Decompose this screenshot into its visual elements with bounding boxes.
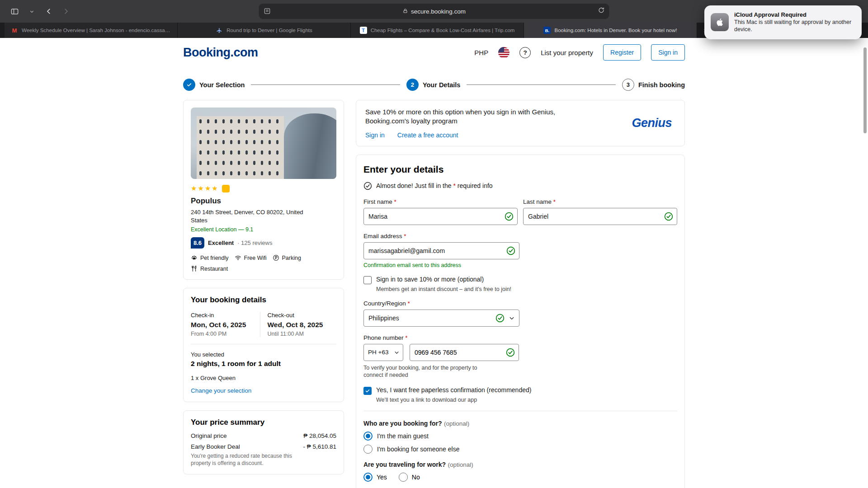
radio-unselected-icon[interactable] xyxy=(363,445,373,454)
checkbox-unchecked-icon[interactable] xyxy=(363,276,372,284)
phone-number-input[interactable] xyxy=(410,344,519,361)
lock-icon xyxy=(402,8,408,15)
quality-badge-icon xyxy=(222,185,230,192)
radio-selected-icon[interactable] xyxy=(363,473,373,482)
step-your-details[interactable]: 2 Your Details xyxy=(406,79,461,91)
url-text: secure.booking.com xyxy=(411,8,466,15)
checkin-time: From 4:00 PM xyxy=(191,331,260,337)
reload-icon[interactable] xyxy=(598,7,605,15)
step-your-selection[interactable]: Your Selection xyxy=(183,79,245,91)
checkin-label: Check-in xyxy=(191,312,260,319)
chevron-down-icon xyxy=(509,315,515,321)
tab-booking[interactable]: B. Booking.com: Hotels in Denver. Book y… xyxy=(524,23,697,38)
booking-details-card: Your booking details Check-in Mon, Oct 6… xyxy=(183,288,344,402)
genius-text: Save 10% or more on this option when you… xyxy=(365,108,600,126)
step-finish-booking[interactable]: 3 Finish booking xyxy=(622,79,685,91)
checkbox-checked-icon[interactable] xyxy=(363,387,372,395)
hotel-address: 240 14th Street, Denver, CO 80202, Unite… xyxy=(191,208,304,224)
back-button[interactable] xyxy=(42,4,56,19)
review-score-word: Excellent xyxy=(208,239,234,246)
step1-check-icon xyxy=(183,79,195,91)
genius-sign-in-link[interactable]: Sign in xyxy=(365,131,385,139)
checkout-label: Check-out xyxy=(268,312,337,319)
amenity-restaurant: Restaurant xyxy=(191,265,228,272)
language-flag-icon[interactable] xyxy=(498,47,509,58)
amenity-parking: Parking xyxy=(273,254,301,261)
tripcom-icon: T xyxy=(360,27,367,34)
scrollbar[interactable] xyxy=(863,47,867,133)
phone-code-select[interactable]: PH +63 xyxy=(363,344,403,361)
change-selection-link[interactable]: Change your selection xyxy=(191,387,251,394)
register-button[interactable]: Register xyxy=(603,44,641,61)
someone-else-option[interactable]: I'm booking for someone else xyxy=(363,445,677,454)
last-name-input[interactable] xyxy=(523,208,677,225)
checkout-time: Until 11:00 AM xyxy=(268,331,337,337)
divider xyxy=(363,411,677,411)
form-title: Enter your details xyxy=(363,164,677,175)
page-format-icon[interactable] xyxy=(264,7,271,16)
first-name-input[interactable] xyxy=(363,208,518,225)
email-confirmation-note: Confirmation email sent to this address xyxy=(363,262,677,268)
you-selected-label: You selected xyxy=(191,351,336,358)
checkout-date: Wed, Oct 8, 2025 xyxy=(268,321,337,329)
phone-help-note: To verify your booking, and for the prop… xyxy=(363,364,486,380)
almost-done-note: Almost done! Just fill in the * required… xyxy=(363,182,677,190)
sidebar-toggle-icon[interactable] xyxy=(7,4,22,19)
hotel-photo xyxy=(191,108,336,179)
deal-value: - ₱ 5,610.81 xyxy=(303,443,336,450)
work-yes-option[interactable]: Yes xyxy=(363,473,387,482)
radio-unselected-icon[interactable] xyxy=(399,473,408,482)
help-icon[interactable]: ? xyxy=(519,47,531,58)
parking-icon xyxy=(273,254,279,261)
notification-title: iCloud Approval Required xyxy=(734,11,855,18)
google-flights-icon xyxy=(216,27,223,34)
stepper-line xyxy=(251,84,400,85)
original-price-label: Original price xyxy=(191,432,227,439)
last-name-field: Last name * xyxy=(523,198,677,225)
email-input[interactable] xyxy=(363,242,519,259)
url-bar[interactable]: secure.booking.com xyxy=(259,4,609,19)
wifi-icon xyxy=(235,254,241,261)
genius-create-account-link[interactable]: Create a free account xyxy=(397,131,458,139)
amenity-free-wifi: Free Wifi xyxy=(235,254,267,261)
restaurant-icon xyxy=(191,265,198,272)
deal-note: You're getting a reduced rate because th… xyxy=(191,452,292,467)
sign-in-save-option[interactable]: Sign in to save 10% or more (optional) xyxy=(363,276,677,284)
amenities-list: Pet friendly Free Wifi Parking Restauran… xyxy=(191,254,336,272)
work-no-option[interactable]: No xyxy=(399,473,420,482)
icloud-notification[interactable]: iCloud Approval Required This Mac is sti… xyxy=(704,5,862,39)
genius-banner: Save 10% or more on this option when you… xyxy=(356,100,685,146)
currency-selector[interactable]: PHP xyxy=(474,49,488,56)
tab-google-flights[interactable]: Round trip to Denver | Google Flights xyxy=(178,23,351,38)
main-guest-option[interactable]: I'm the main guest xyxy=(363,432,677,441)
check-circle-icon xyxy=(363,182,372,190)
first-name-field: First name * xyxy=(363,198,518,225)
sign-in-button[interactable]: Sign in xyxy=(651,44,685,61)
divider xyxy=(191,344,336,344)
chevron-down-icon xyxy=(394,349,400,355)
radio-selected-icon[interactable] xyxy=(363,432,373,441)
stepper-line xyxy=(467,84,615,85)
forward-button[interactable] xyxy=(59,4,73,19)
notification-body: This Mac is still waiting for approval b… xyxy=(734,19,855,33)
booking-logo[interactable]: Booking.com xyxy=(183,46,258,60)
you-selected-value: 2 nights, 1 room for 1 adult xyxy=(191,360,336,368)
booking-favicon: B. xyxy=(543,27,551,34)
country-select[interactable]: Philippines xyxy=(363,310,519,327)
travel-for-work-section: Are you traveling for work? (optional) Y… xyxy=(363,460,677,482)
phone-field: Phone number * PH +63 To verify your boo… xyxy=(363,334,677,380)
enter-details-card: Enter your details Almost done! Just fil… xyxy=(356,155,685,488)
sidebar-chevron-down-icon[interactable] xyxy=(24,4,39,19)
paperless-confirmation-option[interactable]: Yes, I want free paperless confirmation … xyxy=(363,386,677,395)
tab-tripcom[interactable]: T Cheap Flights – Compare & Book Low-Cos… xyxy=(351,23,524,38)
location-score: Excellent Location — 9.1 xyxy=(191,226,336,233)
valid-check-icon xyxy=(495,314,505,323)
genius-logo: Genius xyxy=(632,116,675,130)
booking-header: Booking.com PHP ? List your property Reg… xyxy=(0,38,868,67)
list-property-link[interactable]: List your property xyxy=(541,49,593,56)
tab-gmail[interactable]: M Weekly Schedule Overview | Sarah Johns… xyxy=(5,23,178,38)
price-summary-card: Your price summary Original price ₱ 28,0… xyxy=(183,410,344,474)
paperless-subtext: We'll text you a link to download our ap… xyxy=(376,397,677,403)
price-summary-title: Your price summary xyxy=(191,418,336,427)
email-field: Email address * xyxy=(363,233,519,259)
